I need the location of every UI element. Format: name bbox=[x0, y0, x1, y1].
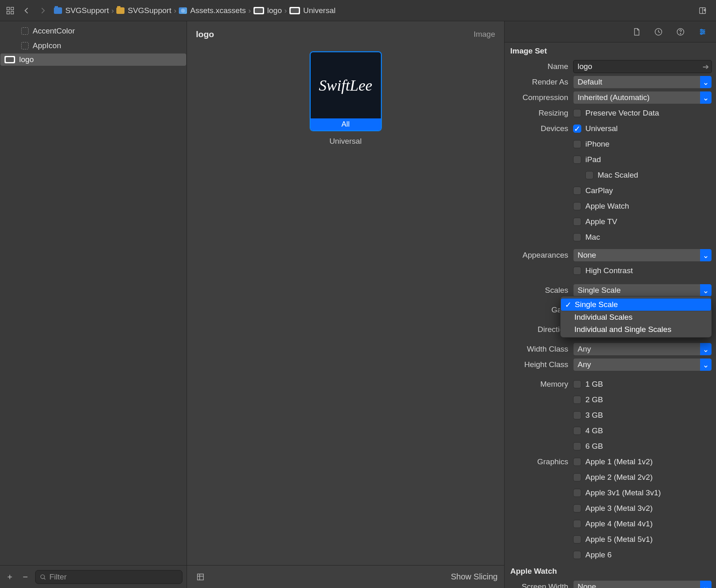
project-folder-icon bbox=[54, 7, 62, 14]
image-well-label: All bbox=[311, 118, 381, 130]
name-field[interactable]: logo➔ bbox=[573, 60, 712, 73]
scales-option-individual[interactable]: Individual Scales bbox=[560, 311, 712, 323]
graphics-5-checkbox[interactable] bbox=[573, 535, 581, 543]
chevron-right-icon: › bbox=[248, 6, 251, 15]
crumb-assets[interactable]: Assets.xcassets bbox=[179, 6, 246, 15]
svg-rect-3 bbox=[11, 11, 13, 13]
device-tv-checkbox[interactable] bbox=[573, 218, 581, 226]
svg-rect-0 bbox=[7, 7, 9, 9]
svg-point-23 bbox=[703, 31, 705, 33]
memory-3gb-checkbox[interactable] bbox=[573, 411, 581, 419]
top-toolbar: SVGSupport › SVGSupport › Assets.xcasset… bbox=[0, 0, 716, 21]
section-imageset: Image Set bbox=[505, 42, 716, 59]
resizing-checkbox[interactable] bbox=[573, 109, 581, 117]
memory-6gb-checkbox[interactable] bbox=[573, 442, 581, 450]
appicon-asset-icon bbox=[21, 42, 29, 49]
nav-forward-button[interactable] bbox=[36, 4, 50, 18]
scales-option-single[interactable]: ✓Single Scale bbox=[560, 298, 712, 311]
device-macscaled-checkbox[interactable] bbox=[585, 171, 594, 179]
crumb-slot[interactable]: Universal bbox=[289, 6, 336, 15]
show-slicing-button[interactable]: Show Slicing bbox=[451, 572, 498, 581]
heightclass-label: Height Class bbox=[505, 360, 573, 369]
asset-catalog-icon bbox=[179, 7, 187, 14]
svg-point-22 bbox=[700, 29, 702, 31]
graphics-2-checkbox[interactable] bbox=[573, 489, 581, 497]
widthclass-select[interactable]: Any⌄ bbox=[573, 343, 712, 356]
svg-line-12 bbox=[44, 578, 45, 579]
chevron-down-icon: ⌄ bbox=[700, 359, 712, 371]
chevron-down-icon: ⌄ bbox=[700, 581, 712, 588]
filter-input[interactable]: Filter bbox=[35, 570, 182, 584]
appearances-select[interactable]: None⌄ bbox=[573, 249, 712, 262]
svg-rect-2 bbox=[7, 11, 9, 13]
device-carplay-checkbox[interactable] bbox=[573, 187, 581, 195]
image-well-caption: Universal bbox=[310, 137, 382, 146]
arrow-right-icon: ➔ bbox=[703, 62, 709, 71]
graphics-6-checkbox[interactable] bbox=[573, 551, 581, 559]
render-select[interactable]: Default⌄ bbox=[573, 76, 712, 89]
chevron-right-icon: › bbox=[111, 6, 114, 15]
graphics-1-checkbox[interactable] bbox=[573, 473, 581, 481]
check-icon: ✓ bbox=[565, 300, 571, 310]
heightclass-select[interactable]: Any⌄ bbox=[573, 358, 712, 371]
image-well[interactable]: SwiftLee All bbox=[310, 51, 382, 131]
chevron-right-icon: › bbox=[284, 6, 287, 15]
filter-icon bbox=[40, 574, 46, 580]
breadcrumbs: SVGSupport › SVGSupport › Assets.xcasset… bbox=[54, 6, 336, 15]
group-folder-icon bbox=[116, 7, 125, 14]
crumb-project[interactable]: SVGSupport bbox=[54, 6, 109, 15]
asset-item-logo[interactable]: logo bbox=[0, 53, 187, 66]
help-inspector-tab[interactable] bbox=[674, 25, 687, 39]
chevron-down-icon: ⌄ bbox=[700, 91, 712, 104]
image-asset-icon bbox=[4, 56, 15, 63]
graphics-4-checkbox[interactable] bbox=[573, 520, 581, 528]
graphics-3-checkbox[interactable] bbox=[573, 504, 581, 512]
crumb-group[interactable]: SVGSupport bbox=[116, 6, 171, 15]
device-mac-checkbox[interactable] bbox=[573, 233, 581, 241]
compression-label: Compression bbox=[505, 93, 573, 102]
editor-title: logo bbox=[196, 29, 214, 39]
device-ipad-checkbox[interactable] bbox=[573, 156, 581, 164]
history-inspector-tab[interactable] bbox=[652, 25, 665, 39]
asset-item-accentcolor[interactable]: AccentColor bbox=[0, 24, 187, 38]
image-icon bbox=[289, 7, 300, 14]
chevron-down-icon: ⌄ bbox=[700, 76, 712, 88]
memory-4gb-checkbox[interactable] bbox=[573, 427, 581, 435]
color-asset-icon bbox=[21, 27, 29, 35]
scales-label: Scales bbox=[505, 286, 573, 295]
screenwidth-select[interactable]: None⌄ bbox=[573, 580, 712, 588]
add-asset-button[interactable] bbox=[4, 571, 16, 583]
crumb-imageset[interactable]: logo bbox=[253, 6, 282, 15]
resizing-label: Resizing bbox=[505, 109, 573, 118]
attributes-inspector-tab[interactable] bbox=[696, 25, 709, 39]
scales-option-both[interactable]: Individual and Single Scales bbox=[560, 323, 712, 336]
name-label: Name bbox=[505, 62, 573, 71]
add-editor-button[interactable]: + bbox=[696, 4, 709, 18]
slicing-mode-button[interactable] bbox=[193, 570, 207, 584]
compression-select[interactable]: Inherited (Automatic)⌄ bbox=[573, 91, 712, 104]
section-applewatch: Apple Watch bbox=[505, 563, 716, 579]
grid-icon[interactable] bbox=[3, 4, 17, 18]
file-inspector-tab[interactable] bbox=[629, 25, 643, 39]
asset-editor: logo Image SwiftLee All Universal Show S… bbox=[187, 21, 505, 588]
asset-item-appicon[interactable]: AppIcon bbox=[0, 38, 187, 53]
device-universal-checkbox[interactable]: ✓ bbox=[573, 125, 581, 133]
chevron-down-icon: ⌄ bbox=[700, 284, 712, 296]
scales-dropdown[interactable]: ✓Single Scale Individual Scales Individu… bbox=[560, 296, 712, 338]
editor-type-label: Image bbox=[474, 30, 495, 39]
devices-label: Devices bbox=[505, 124, 573, 133]
scales-select[interactable]: Single Scale⌄ bbox=[573, 284, 712, 297]
nav-back-button[interactable] bbox=[20, 4, 33, 18]
graphics-0-checkbox[interactable] bbox=[573, 458, 581, 466]
memory-2gb-checkbox[interactable] bbox=[573, 396, 581, 404]
highcontrast-checkbox[interactable] bbox=[573, 267, 581, 275]
widthclass-label: Width Class bbox=[505, 345, 573, 354]
memory-1gb-checkbox[interactable] bbox=[573, 380, 581, 388]
remove-asset-button[interactable] bbox=[20, 571, 31, 583]
graphics-label: Graphics bbox=[505, 457, 573, 466]
appearances-label: Appearances bbox=[505, 251, 573, 260]
device-iphone-checkbox[interactable] bbox=[573, 140, 581, 148]
svg-point-24 bbox=[700, 33, 702, 34]
image-icon bbox=[253, 7, 264, 14]
device-watch-checkbox[interactable] bbox=[573, 202, 581, 210]
